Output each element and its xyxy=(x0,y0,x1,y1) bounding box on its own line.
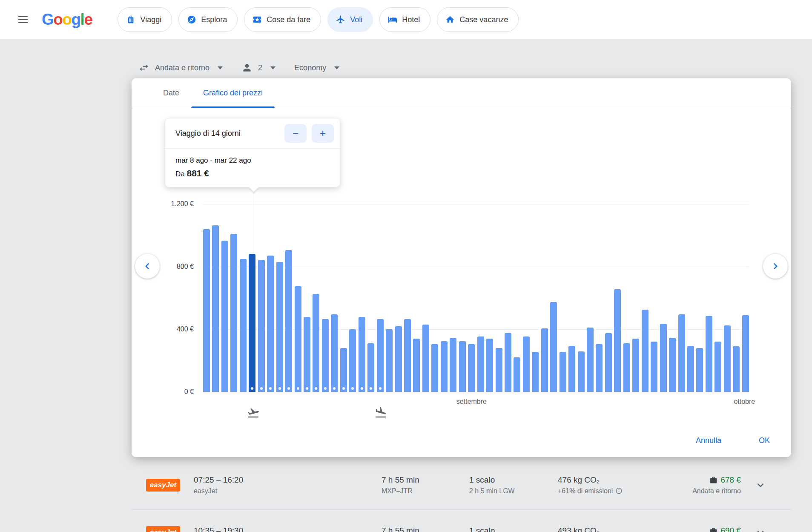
price-bar[interactable] xyxy=(669,338,676,392)
dropdown-caret-icon xyxy=(218,66,223,69)
next-dates-button[interactable] xyxy=(763,254,788,279)
price-bar[interactable] xyxy=(267,256,274,392)
price-bar[interactable] xyxy=(304,317,310,392)
price-bar[interactable] xyxy=(505,333,511,392)
decrease-trip-length-button[interactable]: − xyxy=(284,124,307,143)
price-bar[interactable] xyxy=(623,343,630,392)
price-bar[interactable] xyxy=(212,225,219,392)
price-bar[interactable] xyxy=(331,314,338,392)
increase-trip-length-button[interactable]: + xyxy=(312,124,334,143)
price-bar[interactable] xyxy=(578,351,585,392)
price-bar[interactable] xyxy=(486,339,493,392)
previous-dates-button[interactable] xyxy=(135,254,160,279)
price-bar[interactable] xyxy=(678,314,685,392)
nav-pill-label: Case vacanze xyxy=(459,15,508,24)
flight-price: 690 € xyxy=(720,526,741,532)
price-bar[interactable] xyxy=(450,338,456,392)
price-bar[interactable] xyxy=(295,286,301,392)
google-logo[interactable]: G o o g l e xyxy=(42,11,92,29)
price-bar[interactable] xyxy=(568,346,575,392)
logo-letter: o xyxy=(53,11,62,29)
trip-range-dot xyxy=(306,387,308,390)
nav-pill-viaggi[interactable]: Viaggi xyxy=(118,7,172,32)
price-bar[interactable] xyxy=(468,344,475,392)
price-bar[interactable] xyxy=(733,346,740,392)
price-bar[interactable] xyxy=(386,329,393,392)
price-bar[interactable] xyxy=(560,352,566,392)
flight-results-list: easyJet 07:25 – 16:20 easyJet 7 h 55 min… xyxy=(132,460,791,532)
price-bar[interactable] xyxy=(742,315,749,392)
ok-button[interactable]: OK xyxy=(759,436,770,445)
expand-flight-button[interactable] xyxy=(754,526,767,532)
price-bar[interactable] xyxy=(377,319,384,392)
nav-pill-cose-da-fare[interactable]: Cose da fare xyxy=(244,7,321,32)
flight-search-controls: Andata e ritorno 2 Economy xyxy=(138,62,358,73)
price-bar[interactable] xyxy=(276,262,283,392)
price-bar[interactable] xyxy=(724,325,731,392)
price-bar[interactable] xyxy=(550,302,557,392)
price-bar[interactable] xyxy=(660,324,667,392)
price-bar[interactable] xyxy=(514,357,520,392)
price-bar-selected[interactable] xyxy=(249,254,255,392)
travel-nav: Viaggi Esplora Cose da fare Voli Hotel C… xyxy=(118,7,519,32)
nav-pill-label: Hotel xyxy=(402,15,420,24)
price-bar[interactable] xyxy=(714,342,721,392)
flight-result-row[interactable]: easyJet 10:35 – 19:30 7 h 55 min 1 scalo… xyxy=(132,510,791,532)
price-bar[interactable] xyxy=(651,342,657,392)
price-bar[interactable] xyxy=(532,352,539,392)
price-bar[interactable] xyxy=(203,229,210,392)
passengers-select[interactable]: 2 xyxy=(241,62,275,73)
price-bar[interactable] xyxy=(596,344,603,392)
flight-result-row[interactable]: easyJet 07:25 – 16:20 easyJet 7 h 55 min… xyxy=(132,460,791,510)
price-bar[interactable] xyxy=(258,260,265,392)
price-bar[interactable] xyxy=(413,339,420,392)
trip-type-select[interactable]: Andata e ritorno xyxy=(138,62,223,73)
price-bar[interactable] xyxy=(395,326,402,392)
price-bar[interactable] xyxy=(523,336,530,392)
price-bar[interactable] xyxy=(322,319,329,392)
price-bar[interactable] xyxy=(340,348,347,392)
price-bar[interactable] xyxy=(349,329,356,392)
price-bar[interactable] xyxy=(687,346,694,392)
price-bar[interactable] xyxy=(230,234,237,392)
nav-pill-esplora[interactable]: Esplora xyxy=(178,7,238,32)
price-bar[interactable] xyxy=(541,328,548,392)
expand-flight-button[interactable] xyxy=(754,479,767,492)
price-bar[interactable] xyxy=(240,259,247,392)
cabin-class-select[interactable]: Economy xyxy=(294,63,339,72)
price-bar[interactable] xyxy=(285,250,292,392)
tab-date[interactable]: Date xyxy=(151,78,191,108)
airline-logo-cell: easyJet xyxy=(146,479,194,492)
price-bar[interactable] xyxy=(496,348,502,392)
attractions-icon xyxy=(252,15,262,24)
nav-pill-case-vacanze[interactable]: Case vacanze xyxy=(437,7,519,32)
price-bar[interactable] xyxy=(614,289,621,392)
passengers-count: 2 xyxy=(258,63,262,72)
price-bar[interactable] xyxy=(431,344,438,392)
price-bar[interactable] xyxy=(221,241,228,392)
nav-pill-hotel[interactable]: Hotel xyxy=(379,7,430,32)
menu-button[interactable] xyxy=(11,8,35,32)
price-bar[interactable] xyxy=(422,325,429,392)
price-bar[interactable] xyxy=(587,328,594,392)
price-bar[interactable] xyxy=(441,341,448,392)
nav-pill-label: Esplora xyxy=(201,15,227,24)
price-bar[interactable] xyxy=(642,310,648,392)
price-bar[interactable] xyxy=(477,336,484,392)
price-bar[interactable] xyxy=(605,333,612,392)
times-cell: 07:25 – 16:20 easyJet xyxy=(194,475,382,495)
price-bar[interactable] xyxy=(404,319,411,392)
price-bar[interactable] xyxy=(706,316,712,392)
emissions-cell: 476 kg CO₂ +61% di emissioni xyxy=(558,475,686,495)
flight-icon xyxy=(336,15,345,24)
price-bar[interactable] xyxy=(367,343,374,392)
info-icon[interactable] xyxy=(615,487,623,495)
price-bar[interactable] xyxy=(696,348,703,392)
price-bar[interactable] xyxy=(359,317,365,392)
price-bar[interactable] xyxy=(459,341,466,392)
cancel-button[interactable]: Annulla xyxy=(696,436,721,445)
tab-price-graph[interactable]: Grafico dei prezzi xyxy=(191,78,275,108)
nav-pill-voli[interactable]: Voli xyxy=(327,7,373,32)
price-bar[interactable] xyxy=(313,294,319,392)
price-bar[interactable] xyxy=(632,339,639,392)
